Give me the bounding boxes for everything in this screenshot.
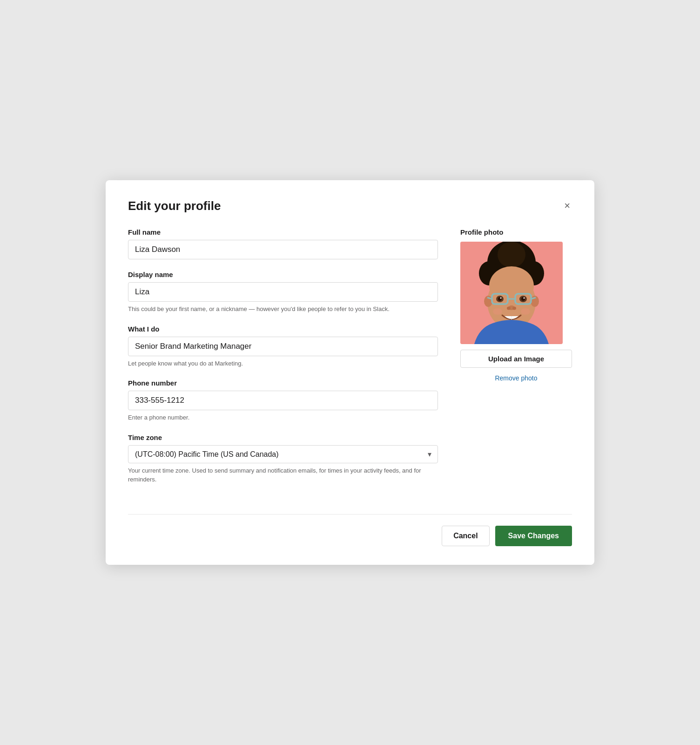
remove-photo-button[interactable]: Remove photo [460, 372, 572, 384]
save-changes-button[interactable]: Save Changes [495, 526, 572, 546]
modal-title: Edit your profile [128, 199, 221, 213]
svg-point-20 [524, 298, 525, 299]
timezone-label: Time zone [128, 433, 438, 441]
photo-section: Profile photo [460, 228, 572, 495]
full-name-group: Full name [128, 228, 438, 259]
form-section: Full name Display name This could be you… [128, 228, 438, 495]
profile-photo-container [460, 242, 563, 344]
modal-footer: Cancel Save Changes [128, 514, 572, 546]
modal-body: Full name Display name This could be you… [128, 228, 572, 495]
svg-point-26 [521, 308, 530, 315]
what-i-do-label: What I do [128, 325, 438, 333]
full-name-input[interactable] [128, 240, 438, 259]
cancel-button[interactable]: Cancel [442, 526, 489, 546]
phone-label: Phone number [128, 379, 438, 387]
close-button[interactable]: × [562, 199, 572, 213]
svg-point-22 [507, 307, 511, 310]
timezone-hint: Your current time zone. Used to send sum… [128, 466, 438, 484]
what-i-do-hint: Let people know what you do at Marketing… [128, 359, 438, 368]
phone-number-group: Phone number Enter a phone number. [128, 379, 438, 422]
full-name-label: Full name [128, 228, 438, 236]
profile-photo [460, 242, 563, 344]
display-name-label: Display name [128, 271, 438, 278]
svg-point-25 [493, 308, 502, 315]
svg-point-19 [500, 298, 502, 299]
svg-point-4 [498, 242, 525, 268]
timezone-select[interactable]: (UTC-08:00) Pacific Time (US and Canada) [128, 445, 438, 463]
what-i-do-group: What I do Let people know what you do at… [128, 325, 438, 368]
modal-overlay: Edit your profile × Full name Display na… [0, 0, 700, 745]
display-name-input[interactable] [128, 282, 438, 302]
edit-profile-modal: Edit your profile × Full name Display na… [106, 180, 594, 565]
display-name-hint: This could be your first name, or a nick… [128, 305, 438, 314]
timezone-group: Time zone (UTC-08:00) Pacific Time (US a… [128, 433, 438, 484]
phone-input[interactable] [128, 391, 438, 410]
what-i-do-input[interactable] [128, 337, 438, 356]
timezone-select-wrapper: (UTC-08:00) Pacific Time (US and Canada)… [128, 445, 438, 463]
phone-hint: Enter a phone number. [128, 413, 438, 422]
display-name-group: Display name This could be your first na… [128, 271, 438, 314]
upload-image-button[interactable]: Upload an Image [460, 350, 572, 368]
photo-label: Profile photo [460, 228, 572, 236]
modal-header: Edit your profile × [128, 199, 572, 213]
svg-point-23 [512, 307, 516, 310]
